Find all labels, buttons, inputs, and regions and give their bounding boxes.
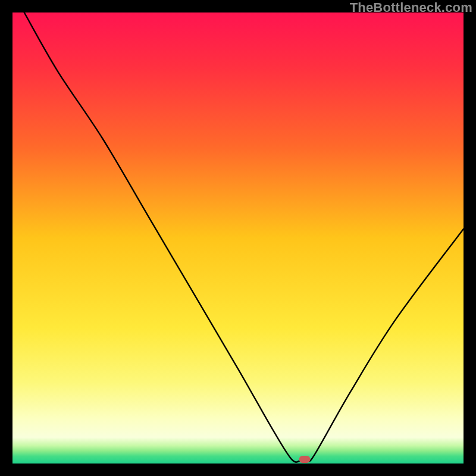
plot-area [12, 12, 464, 464]
bottleneck-curve [12, 12, 464, 464]
chart-frame: TheBottleneck.com [0, 0, 476, 476]
optimal-marker [299, 456, 311, 463]
